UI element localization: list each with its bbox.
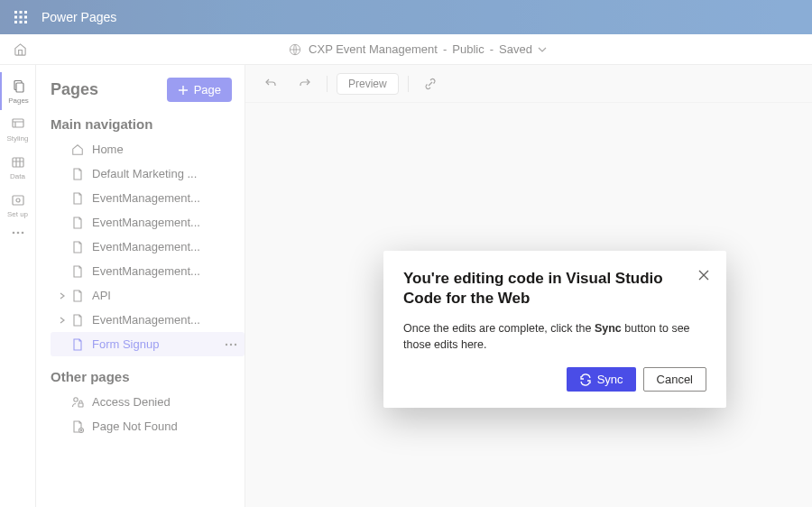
- dialog-body: Once the edits are complete, click the S…: [403, 321, 706, 353]
- dialog-actions: Sync Cancel: [403, 367, 706, 392]
- close-button[interactable]: [694, 265, 714, 285]
- close-icon: [698, 270, 709, 281]
- dialog-title: You're editing code in Visual Studio Cod…: [403, 269, 706, 309]
- sync-icon: [579, 373, 592, 386]
- vscode-sync-dialog: You're editing code in Visual Studio Cod…: [383, 251, 726, 408]
- cancel-button[interactable]: Cancel: [643, 367, 706, 392]
- modal-overlay: You're editing code in Visual Studio Cod…: [0, 0, 812, 507]
- sync-button[interactable]: Sync: [567, 367, 636, 392]
